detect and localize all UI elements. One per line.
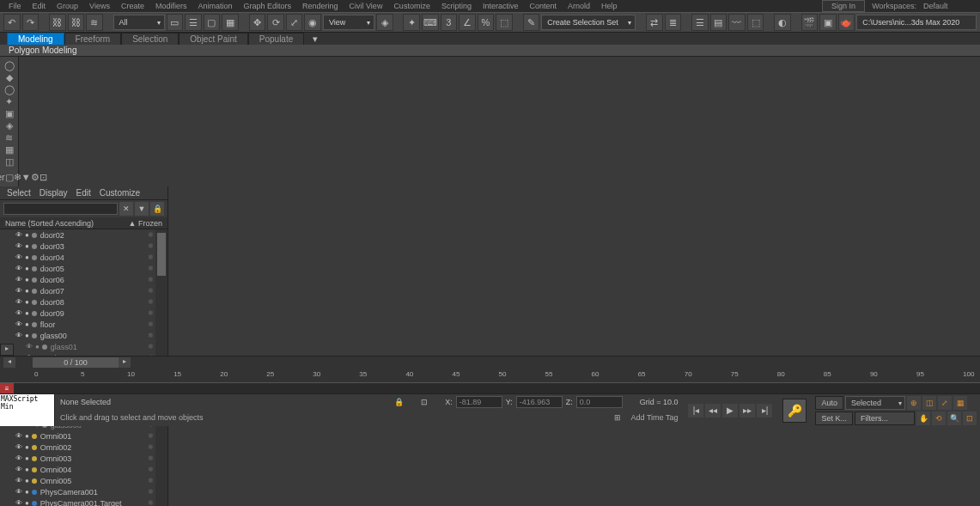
- clear-search-icon[interactable]: ✕: [119, 202, 133, 216]
- ribbon-tab-selection[interactable]: Selection: [121, 33, 179, 45]
- y-input[interactable]: [516, 396, 563, 408]
- nav-icon-3[interactable]: ⤢: [938, 396, 952, 410]
- prev-frame-button[interactable]: ◂◂: [705, 404, 721, 418]
- display-container-icon[interactable]: ▢: [5, 168, 14, 186]
- render-button[interactable]: 🫖: [838, 14, 855, 31]
- scene-item-door07[interactable]: 👁●door07❄: [0, 285, 167, 296]
- schematic-button[interactable]: ⬚: [747, 14, 764, 31]
- scene-tab-customize[interactable]: Customize: [100, 188, 140, 198]
- filter-icon[interactable]: ▼: [135, 202, 149, 216]
- time-handle-right[interactable]: ▸: [119, 357, 131, 368]
- lock-icon[interactable]: 🔒: [150, 202, 164, 216]
- refcoord-dropdown[interactable]: View: [323, 15, 374, 30]
- nav-icon-8[interactable]: ⊡: [963, 412, 977, 425]
- scene-tab-edit[interactable]: Edit: [76, 188, 91, 198]
- autokey-button[interactable]: Auto: [815, 396, 843, 410]
- filter-tools-icon[interactable]: ⚙: [31, 168, 40, 186]
- scene-item-door09[interactable]: 👁●door09❄: [0, 308, 167, 319]
- bind-spacewarp-button[interactable]: ≋: [86, 14, 103, 31]
- set-key-big-button[interactable]: 🔑: [782, 399, 807, 423]
- toggle-ribbon-button[interactable]: ▤: [710, 14, 727, 31]
- display-frozen-icon[interactable]: ❄: [14, 168, 21, 186]
- menu-rendering[interactable]: Rendering: [297, 2, 344, 10]
- rotate-button[interactable]: ⟳: [267, 14, 284, 31]
- menu-content[interactable]: Content: [524, 2, 562, 10]
- display-spacewarps-icon[interactable]: ≋: [0, 132, 18, 143]
- play-button[interactable]: ▶: [722, 404, 738, 418]
- next-frame-button[interactable]: ▸▸: [740, 404, 755, 418]
- menu-scripting[interactable]: Scripting: [436, 2, 477, 10]
- menu-animation[interactable]: Animation: [192, 2, 237, 10]
- display-helpers-icon[interactable]: ◈: [0, 120, 18, 131]
- scene-item-glass01[interactable]: 👁●glass01❄: [0, 341, 167, 352]
- scene-item-Omni005[interactable]: 👁●Omni005❄: [0, 475, 167, 486]
- spinner-snap-button[interactable]: ⬚: [496, 14, 513, 31]
- window-crossing-button[interactable]: ▦: [222, 14, 239, 31]
- time-handle-left[interactable]: ◂: [3, 357, 15, 368]
- scene-tab-select[interactable]: Select: [7, 188, 31, 198]
- pivot-center-button[interactable]: ◈: [376, 14, 393, 31]
- undo-button[interactable]: ↶: [3, 14, 21, 31]
- manipulate-button[interactable]: ✦: [403, 14, 420, 31]
- scene-item-Omni002[interactable]: 👁●Omni002❄: [0, 442, 167, 453]
- menu-arnold[interactable]: Arnold: [563, 2, 595, 10]
- display-bone-icon[interactable]: ⬚weyer ▢ ❄ ▼ ⚙ ⊡: [0, 168, 18, 186]
- mirror-button[interactable]: ⇄: [646, 14, 663, 31]
- setkey-button[interactable]: Set K...: [815, 412, 853, 425]
- display-lights-icon[interactable]: ✦: [0, 96, 18, 107]
- scene-item-floor[interactable]: 👁●floor❄: [0, 319, 167, 330]
- goto-end-button[interactable]: ▸|: [757, 404, 772, 418]
- scene-item-Omni003[interactable]: 👁●Omni003❄: [0, 453, 167, 464]
- menu-help[interactable]: Help: [596, 2, 623, 10]
- snap-button[interactable]: 3: [441, 14, 458, 31]
- menu-grapheditors[interactable]: Graph Editors: [238, 2, 296, 10]
- select-by-name-button[interactable]: ☰: [185, 14, 202, 31]
- scene-item-door03[interactable]: 👁●door03❄: [0, 241, 167, 252]
- named-selection-dropdown[interactable]: Create Selection Set: [541, 15, 636, 30]
- scene-item-Omni001[interactable]: 👁●Omni001❄: [0, 430, 167, 442]
- display-xrefs-icon[interactable]: ◫: [0, 156, 18, 168]
- menu-civilview[interactable]: Civil View: [344, 2, 388, 10]
- angle-snap-button[interactable]: ∠: [459, 14, 476, 31]
- add-time-tag[interactable]: Add Time Tag: [631, 413, 679, 422]
- menu-modifiers[interactable]: Modifiers: [150, 2, 192, 10]
- key-filter-dropdown[interactable]: Selected: [845, 396, 905, 410]
- goto-start-button[interactable]: |◂: [688, 404, 703, 418]
- keyfilters-button[interactable]: Filters...: [855, 412, 915, 425]
- nav-icon-4[interactable]: ▦: [953, 396, 967, 410]
- ribbon-tab-modeling[interactable]: Modeling: [7, 33, 64, 45]
- x-input[interactable]: [456, 396, 502, 408]
- nav-icon-7[interactable]: 🔍: [947, 412, 961, 425]
- filter-lock-icon[interactable]: ⊡: [40, 168, 47, 186]
- display-geometry-icon[interactable]: ◆: [0, 72, 18, 83]
- menu-customize[interactable]: Customize: [388, 2, 435, 10]
- maxscript-listener[interactable]: MAXScript Min: [0, 394, 55, 426]
- ribbon-tab-objectpaint[interactable]: Object Paint: [179, 33, 247, 45]
- signin-button[interactable]: Sign In: [822, 0, 865, 12]
- edit-named-sel-button[interactable]: ✎: [523, 14, 540, 31]
- scene-item-door06[interactable]: 👁●door06❄: [0, 274, 167, 285]
- column-name-header[interactable]: Name (Sorted Ascending): [5, 219, 94, 228]
- rect-region-button[interactable]: ▢: [204, 14, 221, 31]
- link-button[interactable]: ⛓: [49, 14, 66, 31]
- move-button[interactable]: ✥: [249, 14, 266, 31]
- isolate-icon[interactable]: ⊡: [421, 398, 428, 406]
- track-bar[interactable]: ≡: [0, 382, 980, 394]
- redo-button[interactable]: ↷: [22, 14, 40, 31]
- scene-item-door05[interactable]: 👁●door05❄: [0, 263, 167, 274]
- align-button[interactable]: ≣: [665, 14, 682, 31]
- nav-icon-1[interactable]: ⊕: [907, 396, 921, 410]
- scene-search-input[interactable]: [3, 203, 118, 215]
- display-shapes-icon[interactable]: ◯: [0, 84, 18, 95]
- curve-editor-button[interactable]: 〰: [728, 14, 746, 31]
- percent-snap-button[interactable]: %: [478, 14, 495, 31]
- menu-views[interactable]: Views: [84, 2, 115, 10]
- display-cameras-icon[interactable]: ▣: [0, 108, 18, 119]
- scene-item-door02[interactable]: 👁●door02❄: [0, 229, 167, 241]
- filter-selset-icon[interactable]: ▼: [21, 168, 31, 186]
- lock-selection-icon[interactable]: 🔒: [394, 398, 404, 406]
- workspaces-dropdown[interactable]: Default: [923, 2, 975, 10]
- rendered-frame-button[interactable]: ▣: [819, 14, 837, 31]
- scene-item-PhysCamera001[interactable]: 👁●PhysCamera001❄: [0, 486, 167, 497]
- keyboard-shortcut-button[interactable]: ⌨: [422, 14, 439, 31]
